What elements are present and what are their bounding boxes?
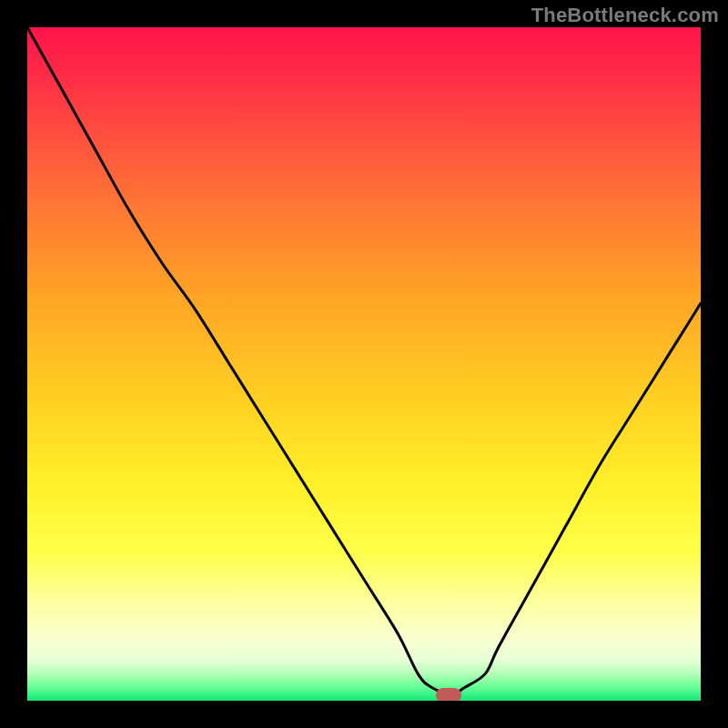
chart-frame: TheBottleneck.com bbox=[0, 0, 728, 728]
plot-area bbox=[27, 27, 701, 701]
attribution-text: TheBottleneck.com bbox=[531, 4, 719, 27]
bottleneck-curve bbox=[27, 27, 701, 701]
optimal-point-marker bbox=[436, 688, 461, 701]
